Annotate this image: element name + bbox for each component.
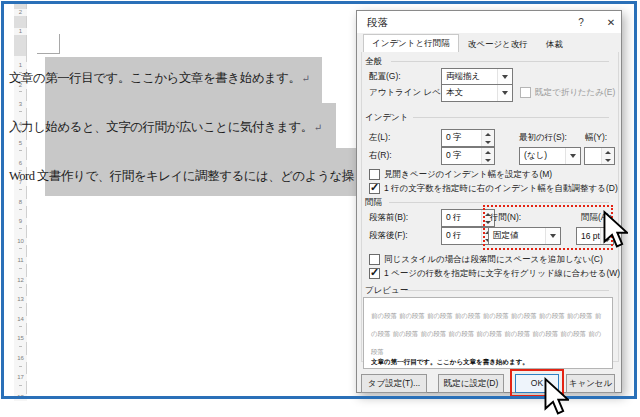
indent-right-value: 0 字 <box>442 150 481 162</box>
spinner-down-icon[interactable] <box>602 156 614 164</box>
checkbox-checked-icon[interactable] <box>369 268 380 279</box>
spacing-at-value: 16 pt <box>577 231 600 241</box>
preview-section-header: プレビュー <box>365 285 408 297</box>
checkbox-icon[interactable] <box>369 169 380 180</box>
section-rule <box>413 117 609 118</box>
general-section-header: 全般 <box>365 56 382 68</box>
spinner-up-icon[interactable] <box>482 148 494 156</box>
mouse-cursor-icon <box>543 377 569 417</box>
first-line-value: (なし) <box>520 150 565 162</box>
preview-prev-text: 前の段落 前の段落 前の段落 前の段落 前の段落 前の段落 前の段落 前の段落 … <box>371 312 601 355</box>
indent-section-header: インデント <box>365 112 409 124</box>
checkbox-label: 1 行の文字数を指定時に右のインデント幅を自動調整する(D) <box>384 183 618 194</box>
vertical-ruler[interactable]: 21123456789101112131415161718 <box>14 4 27 396</box>
document-paragraph-3[interactable]: Word 文書作りで、行間をキレイに調整するには、どのような操 <box>9 168 354 185</box>
checkbox-label: 見開きページのインデント幅を設定する(M) <box>384 169 552 180</box>
no-space-same-style-checkbox[interactable]: 同じスタイルの場合は段落間にスペースを追加しない(C) <box>369 254 603 265</box>
screenshot: 21123456789101112131415161718 文章の第一行目です。… <box>0 0 640 417</box>
paragraph-text: Word 文書作りで、行間をキレイに調整するには、どのような操 <box>9 169 354 183</box>
preview-box: 前の段落 前の段落 前の段落 前の段落 前の段落 前の段落 前の段落 前の段落 … <box>363 297 613 369</box>
section-rule <box>391 61 609 62</box>
spinner-down-icon[interactable] <box>482 156 494 164</box>
spinner-up-icon[interactable] <box>482 130 494 138</box>
space-after-value: 0 行 <box>442 230 481 242</box>
line-spacing-dropdown[interactable]: 固定値 <box>488 227 561 245</box>
tab-textflow[interactable]: 体裁 <box>537 35 572 53</box>
collapsed-by-default-checkbox[interactable]: 既定で折りたたみ(E) <box>520 87 615 98</box>
paragraph-text: 文章の第一行目です。ここから文章を書き始めます。 <box>9 71 301 85</box>
checkbox-label: 1 ページの行数を指定時に文字を行グリッド線に合わせる(W) <box>384 268 620 279</box>
alignment-label: 配置(G): <box>369 71 401 83</box>
mouse-cursor-icon <box>602 210 628 250</box>
indent-right-spinner[interactable]: 0 字 <box>441 147 495 165</box>
first-line-dropdown[interactable]: (なし) <box>519 147 581 165</box>
outline-level-dropdown[interactable]: 本文 <box>441 84 513 102</box>
indent-left-label: 左(L): <box>369 132 390 144</box>
paragraph-text: 入力し始めると、文字の行間が広いことに気付きます。 <box>9 120 313 134</box>
checkbox-label: 既定で折りたたみ(E) <box>535 87 615 98</box>
checkbox-checked-icon[interactable] <box>369 183 380 194</box>
dropdown-arrow-icon[interactable] <box>497 69 512 85</box>
indent-left-value: 0 字 <box>442 132 481 144</box>
spinner-down-icon[interactable] <box>482 138 494 146</box>
section-rule <box>389 202 609 203</box>
line-spacing-value: 固定値 <box>489 230 545 242</box>
indent-right-label: 右(R): <box>369 150 392 162</box>
checkbox-label: 同じスタイルの場合は段落間にスペースを追加しない(C) <box>384 254 603 265</box>
alignment-value: 両端揃え <box>442 71 497 83</box>
preview-body-text: 文章の第一行目です。ここから文章を書き始めます。 <box>371 358 605 367</box>
checkbox-icon[interactable] <box>369 254 380 265</box>
close-icon[interactable]: ✕ <box>600 15 622 30</box>
line-spacing-label: 行間(N): <box>490 212 521 224</box>
help-icon[interactable]: ? <box>570 15 592 30</box>
cancel-button[interactable]: キャンセル <box>566 374 615 393</box>
auto-adjust-right-indent-checkbox[interactable]: 1 行の文字数を指定時に右のインデント幅を自動調整する(D) <box>369 183 618 194</box>
text-boundary-corner-mark <box>37 34 60 54</box>
mirror-indents-checkbox[interactable]: 見開きページのインデント幅を設定する(M) <box>369 169 552 180</box>
indent-left-spinner[interactable]: 0 字 <box>441 129 495 147</box>
section-rule <box>405 290 609 291</box>
space-before-spinner[interactable]: 0 行 <box>441 209 495 227</box>
checkbox-icon[interactable] <box>520 87 531 98</box>
space-after-label: 段落後(F): <box>369 230 408 242</box>
tab-indents-and-spacing[interactable]: インデントと行間隔 <box>363 34 459 53</box>
dialog-tabs: インデントと行間隔 改ページと改行 体裁 <box>363 35 572 53</box>
outline-level-value: 本文 <box>442 87 497 99</box>
dropdown-arrow-icon[interactable] <box>545 228 560 244</box>
document-paragraph-1[interactable]: 文章の第一行目です。ここから文章を書き始めます。↵ <box>9 70 309 87</box>
dialog-titlebar[interactable]: 段落 ? ✕ <box>357 11 621 33</box>
space-before-label: 段落前(B): <box>369 212 408 224</box>
paragraph-end-icon: ↵ <box>302 73 310 84</box>
spinner-up-icon[interactable] <box>602 148 614 156</box>
tab-line-and-page-breaks[interactable]: 改ページと改行 <box>459 35 537 53</box>
first-line-label: 最初の行(S): <box>519 132 567 144</box>
indent-width-label: 幅(Y): <box>585 132 607 144</box>
document-paragraph-2[interactable]: 入力し始めると、文字の行間が広いことに気付きます。↵ <box>9 119 322 136</box>
snap-to-grid-checkbox[interactable]: 1 ページの行数を指定時に文字を行グリッド線に合わせる(W) <box>369 268 620 279</box>
set-as-default-button[interactable]: 既定に設定(D) <box>438 374 504 393</box>
indent-width-spinner[interactable] <box>584 147 615 165</box>
spacing-section-header: 間隔 <box>365 197 382 209</box>
dialog-title: 段落 <box>367 16 388 30</box>
dropdown-arrow-icon[interactable] <box>497 85 512 101</box>
paragraph-dialog: 段落 ? ✕ インデントと行間隔 改ページと改行 体裁 全般 配置(G): 両端… <box>356 10 622 393</box>
dropdown-arrow-icon[interactable] <box>565 148 580 164</box>
space-before-value: 0 行 <box>442 212 481 224</box>
tab-settings-button[interactable]: タブ設定(T)... <box>361 374 427 393</box>
paragraph-end-icon: ↵ <box>314 122 322 133</box>
space-after-spinner[interactable]: 0 行 <box>441 227 495 245</box>
